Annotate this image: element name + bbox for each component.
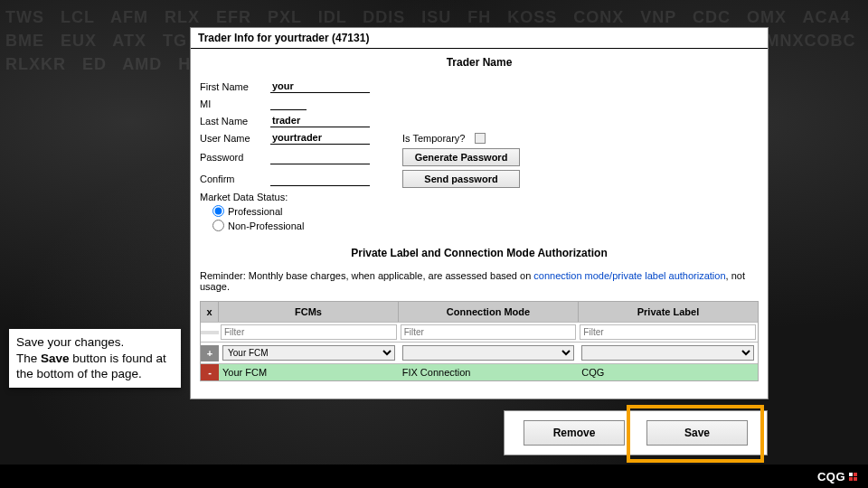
trader-name-form: First Name MI Last Name User Name Is Tem… [191, 74, 768, 239]
mds-nonprofessional-radio[interactable] [212, 220, 224, 231]
add-plabel-select[interactable] [581, 345, 754, 361]
remove-row-button[interactable]: - [201, 364, 219, 380]
logo-text: CQG [817, 470, 845, 483]
grid-filter-row [201, 322, 758, 342]
last-name-label: Last Name [200, 116, 265, 127]
logo-dots-icon [849, 473, 857, 481]
grid-header-conn: Connection Mode [399, 302, 579, 322]
filter-conn-input[interactable] [401, 324, 577, 340]
filter-fcms-input[interactable] [221, 324, 397, 340]
row-plabel: CQG [578, 364, 758, 380]
grid-add-row: + Your FCM [201, 342, 758, 363]
trader-info-panel: Trader Info for yourtrader (47131) Trade… [190, 27, 769, 399]
mds-professional-option[interactable]: Professional [212, 205, 759, 217]
grid-header-plabel: Private Label [579, 302, 758, 322]
reminder-text: Reminder: Monthly base charges, when app… [191, 265, 768, 301]
is-temporary-label: Is Temporary? [402, 133, 466, 144]
filter-plabel-input[interactable] [580, 324, 756, 340]
grid-header-fcms: FCMs [219, 302, 399, 322]
action-panel: Remove Save [504, 410, 768, 455]
send-password-button[interactable]: Send password [402, 170, 520, 188]
first-name-label: First Name [200, 81, 265, 92]
first-name-input[interactable] [270, 80, 370, 93]
mds-nonprofessional-text: Non-Professional [228, 221, 304, 231]
grid-header: x FCMs Connection Mode Private Label [201, 302, 758, 322]
section-private-label: Private Label and Connection Mode Author… [191, 239, 768, 265]
market-data-status-label: Market Data Status: [200, 192, 759, 202]
grid-data-row: - Your FCM FIX Connection CQG [201, 363, 758, 380]
section-trader-name: Trader Name [191, 49, 768, 74]
reminder-link[interactable]: connection mode/private label authorizat… [533, 270, 725, 281]
add-conn-select[interactable] [402, 345, 575, 361]
remove-button[interactable]: Remove [524, 420, 625, 446]
panel-title: Trader Info for yourtrader (47131) [191, 28, 768, 49]
mds-professional-text: Professional [228, 206, 283, 217]
mi-input[interactable] [270, 97, 307, 110]
password-input[interactable] [270, 151, 370, 164]
grid-header-x[interactable]: x [201, 302, 219, 322]
row-fcm: Your FCM [219, 364, 399, 380]
reminder-prefix: Reminder: Monthly base charges, when app… [200, 270, 533, 281]
authorization-grid: x FCMs Connection Mode Private Label + Y… [200, 301, 759, 381]
instruction-callout: Save your changes. The Save button is fo… [9, 329, 181, 388]
row-conn: FIX Connection [399, 364, 579, 380]
generate-password-button[interactable]: Generate Password [402, 148, 520, 166]
mds-professional-radio[interactable] [212, 205, 224, 217]
save-button[interactable]: Save [646, 420, 748, 446]
password-label: Password [200, 152, 265, 163]
confirm-label: Confirm [200, 174, 265, 184]
confirm-input[interactable] [270, 173, 370, 186]
callout-line1: Save your changes. [16, 334, 174, 351]
user-name-label: User Name [200, 133, 265, 144]
footer-bar: CQG [0, 465, 868, 488]
is-temporary-checkbox[interactable] [475, 133, 486, 144]
grid-filter-corner [201, 331, 219, 334]
user-name-input[interactable] [270, 131, 370, 145]
add-fcm-select[interactable]: Your FCM [222, 345, 395, 361]
add-row-button[interactable]: + [201, 345, 219, 361]
cqg-logo: CQG [817, 470, 857, 483]
last-name-input[interactable] [270, 114, 370, 127]
callout-line2: The Save button is found at the bottom o… [16, 351, 174, 382]
mds-nonprofessional-option[interactable]: Non-Professional [212, 220, 759, 231]
mi-label: MI [200, 99, 265, 109]
